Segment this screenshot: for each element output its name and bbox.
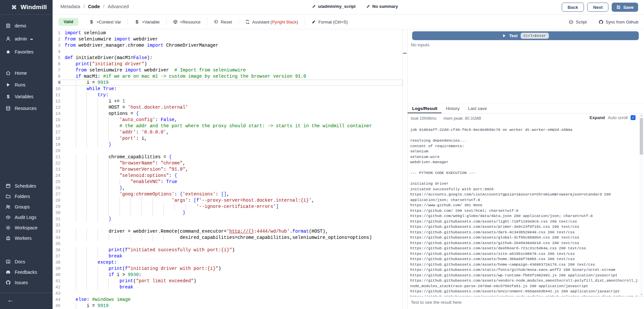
sidebar-item-schedules[interactable]: Schedules (0, 181, 53, 191)
logo-text: Windmill (21, 4, 47, 11)
code-line-18: 18'port': i, (53, 135, 402, 142)
line-number: 16 (53, 123, 60, 129)
tab-logs-result[interactable]: Logs/Result (408, 104, 442, 113)
sidebar-item-issues[interactable]: Issues (0, 277, 53, 288)
code-line-10: 10while True: (53, 86, 402, 92)
run-stats: took 10046ms mem peak: 80.31MB Expand Au… (408, 114, 644, 123)
sidebar-item-home[interactable]: Home (0, 67, 53, 79)
toolbar-sync-from-github[interactable]: Sync from Github (599, 20, 638, 24)
line-number: 9 (53, 80, 60, 86)
tab-code[interactable]: Code (88, 4, 100, 9)
line-number: 43 (53, 290, 60, 297)
toolbar-context-var[interactable]: $+Context Var (82, 18, 127, 26)
back-button[interactable]: Back (562, 3, 584, 12)
sidebar-item-resources[interactable]: Resources (0, 102, 53, 114)
editor-toolbar: Valid $+Context Var$+Variable+ResourceRe… (53, 15, 644, 29)
test-panel: Test Ctrl+Enter No inputs Logs/ResultHis… (407, 29, 644, 309)
toolbar-format-ctrl-s[interactable]: Format (Ctrl+S) (305, 18, 354, 26)
calendar-icon (6, 183, 11, 189)
tab-advanced[interactable]: Advanced (108, 4, 129, 9)
code-line-24: 24"selenoid:options": { (53, 173, 402, 179)
line-number: 23 (53, 166, 60, 173)
cursor-position-marker (403, 53, 407, 54)
scroll-down-icon[interactable]: ▼ (639, 293, 643, 296)
line-number: 6 (53, 61, 60, 67)
scroll-up-icon[interactable]: ▲ (639, 114, 643, 116)
sidebar-item-admin[interactable]: admin (0, 32, 53, 45)
code-line-content (60, 49, 402, 55)
expand-button[interactable]: Expand (589, 115, 605, 120)
building-icon (6, 23, 11, 28)
folder-icon (6, 194, 11, 199)
sidebar-group-admin: SchedulesFoldersGroupsAudit LogsWorkspac… (0, 181, 53, 243)
toolbar-assistant[interactable]: Assistant (Pyright Black) (238, 18, 305, 26)
line-number: 21 (53, 154, 60, 160)
code-line-6: 6print("initiating driver") (53, 61, 402, 67)
tab-last-save[interactable]: Last save (464, 104, 491, 113)
code-line-content: "browserName": "chrome", (60, 160, 402, 166)
log-output[interactable]: job 01864aff-22dd-cf40-f0c5-0ec8e9b50c70… (410, 127, 638, 296)
duration-label: took 10046ms (411, 116, 437, 121)
sidebar-item-folders[interactable]: Folders (0, 191, 53, 202)
sidebar-item-runs[interactable]: Runs (0, 79, 53, 91)
code-editor[interactable]: 1import selenium2from seleniumwire impor… (53, 29, 403, 309)
line-number: 40 (53, 272, 60, 278)
tab-metadata[interactable]: Metadata (60, 4, 80, 9)
next-button[interactable]: Next (587, 3, 608, 12)
users-icon (6, 204, 11, 209)
sidebar-item-groups[interactable]: Groups (0, 202, 53, 212)
log-scrollbar[interactable]: ▲ ▼ (639, 114, 643, 296)
code-line-content: from webdriver_manager.chrome import Chr… (60, 42, 402, 49)
sidebar-item-demo[interactable]: demo (0, 19, 53, 32)
code-line-content: options = { (60, 111, 402, 117)
sidebar-item-audit-logs[interactable]: Audit Logs (0, 212, 53, 223)
sidebar-item-label: Folders (15, 194, 30, 199)
code-line-content: print(f"initiated successfully with port… (60, 247, 402, 253)
code-line-content (60, 222, 402, 228)
sidebar-item-favorites[interactable]: Favorites (0, 45, 53, 58)
scrollbar-thumb[interactable] (640, 118, 643, 155)
collapse-sidebar-button[interactable]: ← (7, 296, 14, 304)
line-number: 17 (53, 129, 60, 135)
code-line-content: break (60, 253, 402, 259)
line-number: 45 (53, 303, 60, 309)
save-button[interactable]: Save (612, 3, 638, 12)
code-line-content: def initiateDriver(macM1=False): (60, 55, 402, 61)
sidebar-item-workers[interactable]: Workers (0, 233, 53, 243)
tab-history[interactable]: History (442, 104, 464, 113)
sidebar-item-label: Home (15, 70, 27, 76)
code-line-content: i = 9919 (60, 80, 402, 86)
mem-peak-label: mem peak: 80.31MB (443, 116, 481, 121)
sidebar-item-variables[interactable]: $Variables (0, 91, 53, 102)
logo[interactable]: Windmill (0, 0, 53, 15)
sidebar-group-help: DocsFeedbacksIssues (0, 256, 53, 288)
code-line-17: 17'addr': '0.0.0.0', (53, 129, 402, 135)
line-number: 22 (53, 160, 60, 166)
sidebar-item-feedbacks[interactable]: Feedbacks (0, 267, 53, 277)
editor-overview-ruler[interactable] (403, 29, 407, 309)
toolbar-resource[interactable]: +Resource (166, 18, 207, 26)
toolbar-reset[interactable]: Reset (207, 18, 238, 26)
book-icon (6, 259, 11, 264)
toolbar-variable[interactable]: $+Variable (127, 18, 166, 26)
sidebar-item-label: Docs (15, 259, 25, 264)
code-line-15: 15'auto_config': False, (53, 117, 402, 123)
cube-icon (173, 20, 178, 24)
result-tabs: Logs/ResultHistoryLast save (408, 103, 644, 114)
toolbar-script[interactable]: Script (569, 20, 587, 24)
code-line-content: print("port limit exceeded") (60, 278, 402, 284)
code-line-20: 20 (53, 148, 402, 154)
sidebar-item-label: Resources (15, 106, 37, 111)
code-line-content: i += 1 (60, 98, 402, 104)
script-path[interactable]: u/admin/my_script (312, 4, 356, 9)
code-line-content: '--ignore-certificate-errors'] (60, 204, 402, 210)
test-button[interactable]: Test Ctrl+Enter (412, 31, 639, 40)
auto-scroll-checkbox[interactable]: ✓ (631, 115, 636, 120)
code-line-26: 26}, (53, 185, 402, 191)
code-line-content: 'goog:chromeOptions': {'extensions': [], (60, 191, 402, 197)
line-number: 26 (53, 185, 60, 191)
sidebar-item-workspace[interactable]: Workspace (0, 223, 53, 233)
sidebar-item-docs[interactable]: Docs (0, 256, 53, 267)
script-summary[interactable]: No summary (366, 4, 398, 9)
code-line-13: 13HOST = 'host.docker.internal' (53, 104, 402, 111)
